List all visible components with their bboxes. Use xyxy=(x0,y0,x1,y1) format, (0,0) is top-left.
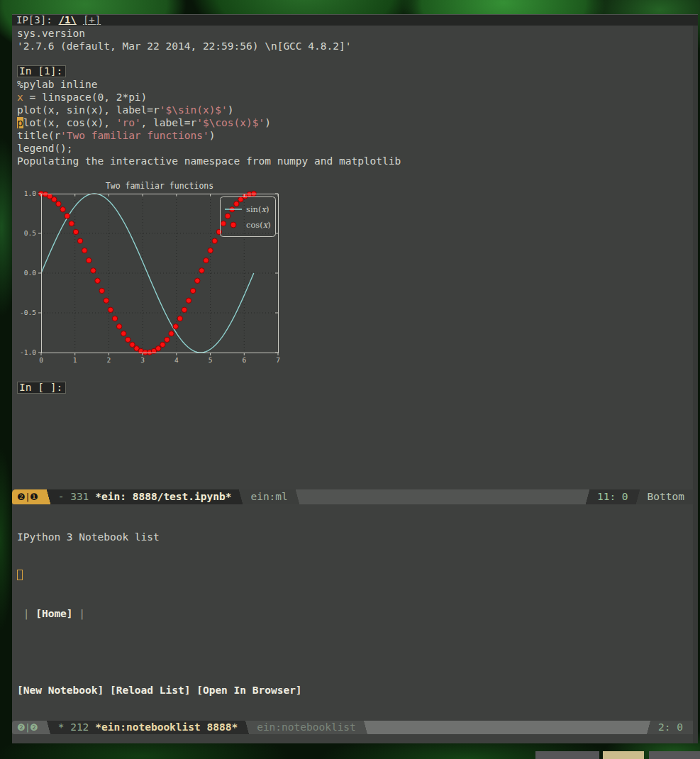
cell-input-prompt: In [1]: xyxy=(17,65,66,77)
worksheet-tab[interactable]: /1\ xyxy=(59,14,77,26)
cursor-position: 2: 0 xyxy=(653,721,693,734)
notebook-buffer: sys.version'2.7.6 (default, Mar 22 2014,… xyxy=(17,27,401,167)
matplotlib-figure: 01234567-1.0-0.50.00.51.0Two familiar fu… xyxy=(18,179,312,367)
powerline-separator xyxy=(44,489,53,504)
right-fringe xyxy=(693,26,698,743)
inactive-cursor xyxy=(17,570,23,580)
text-cursor: p xyxy=(17,117,23,128)
line-column: 11: 0 xyxy=(597,489,628,504)
svg-text:4: 4 xyxy=(174,356,179,364)
buffer-line: plot(x, sin(x), label=r'$\sin(x)$') xyxy=(17,104,401,116)
notebooklist-buffer: IPython 3 Notebook list | [Home] | [New … xyxy=(17,505,302,743)
modeline-buffer-segment: - 331*ein: 8888/test.ipynb* xyxy=(53,489,237,504)
svg-text:sin(x): sin(x) xyxy=(246,204,269,214)
notebooklist-actions: [New Notebook] [Reload List] [Open In Br… xyxy=(17,684,302,697)
window-number-badge: ❷|❷ xyxy=(12,721,44,734)
string-literal: '$\sin(x)$' xyxy=(160,104,228,116)
buffer-line: plot(x, cos(x), 'ro', label=r'$\cos(x)$'… xyxy=(17,116,401,129)
taskbar-window-button[interactable] xyxy=(649,751,700,759)
plot-canvas: 01234567-1.0-0.50.00.51.0Two familiar fu… xyxy=(18,179,312,367)
code-text: , label=r xyxy=(141,117,197,128)
svg-text:2: 2 xyxy=(107,356,111,364)
cell-input-prompt: In [ ]: xyxy=(17,382,66,394)
blank-line xyxy=(17,646,302,658)
string-literal: '$\cos(x)$' xyxy=(196,117,265,128)
breadcrumb: | [Home] | xyxy=(17,607,302,620)
powerline-separator xyxy=(644,721,653,734)
code-text: ) xyxy=(209,130,216,141)
code-text: sys.version xyxy=(17,28,85,39)
buffer-line: Populating the interactive namespace fro… xyxy=(17,155,401,167)
scroll-label: Bottom xyxy=(648,489,684,504)
powerline-separator xyxy=(293,489,302,504)
buffer-name[interactable]: *ein: 8888/test.ipynb* xyxy=(95,489,231,504)
svg-text:3: 3 xyxy=(140,356,145,364)
svg-text:-1.0: -1.0 xyxy=(20,348,36,356)
string-literal: 'ro' xyxy=(116,117,141,128)
svg-text:0.0: 0.0 xyxy=(24,269,36,277)
svg-text:Two familiar functions: Two familiar functions xyxy=(106,181,213,191)
code-text: %pylab inline xyxy=(17,79,98,90)
code-text: Populating the interactive namespace fro… xyxy=(17,155,401,167)
svg-text:cos(x): cos(x) xyxy=(246,220,271,230)
powerline-separator xyxy=(44,721,53,734)
svg-text:-0.5: -0.5 xyxy=(20,309,36,316)
major-mode-segment: ein:notebooklist xyxy=(252,721,361,734)
modeline-line-count: - 331 xyxy=(58,489,89,504)
buffer-line: x = linspace(0, 2*pi) xyxy=(17,91,401,104)
svg-text:1: 1 xyxy=(73,356,77,364)
modeline-buffer-segment: * 212*ein:notebooklist 8888* xyxy=(53,721,243,734)
modeline-notebook: ❷|❶ - 331*ein: 8888/test.ipynb* ein:ml 1… xyxy=(12,489,693,504)
svg-text:5: 5 xyxy=(209,356,213,364)
buffer-line: title(r'Two familiar functions') xyxy=(17,129,401,142)
code-text: plot(x, sin(x), label=r xyxy=(17,104,160,116)
empty-cell[interactable]: In [ ]: xyxy=(17,382,66,394)
code-text: lot(x, cos(x), xyxy=(23,117,116,128)
modeline-notebooklist: ❷|❷ * 212*ein:notebooklist 8888* ein:not… xyxy=(12,721,693,734)
taskbar-window-button[interactable] xyxy=(535,751,599,759)
major-mode[interactable]: ein:notebooklist xyxy=(257,721,356,734)
add-worksheet-button[interactable]: [+] xyxy=(83,14,101,26)
buffer-line: %pylab inline xyxy=(17,78,401,91)
code-text: title(r xyxy=(17,130,60,141)
open-in-browser-button[interactable]: [Open In Browser] xyxy=(196,685,301,696)
new-notebook-button[interactable]: [New Notebook] xyxy=(17,685,104,696)
modeline-filler xyxy=(302,489,583,504)
breadcrumb-pipe: | xyxy=(73,608,85,619)
buffer-line: sys.version xyxy=(17,27,401,40)
window-numbers: ❷|❷ xyxy=(17,721,39,734)
buffer-line xyxy=(17,52,401,65)
powerline-separator xyxy=(243,721,252,734)
code-text: = linspace(0, 2*pi) xyxy=(23,92,148,103)
svg-text:6: 6 xyxy=(242,356,246,364)
major-mode-segment: ein:ml xyxy=(245,489,292,504)
cursor-line xyxy=(17,569,302,582)
buffer-line: In [1]: xyxy=(17,65,401,78)
taskbar-window-button-active[interactable] xyxy=(603,751,644,759)
reload-list-button[interactable]: [Reload List] xyxy=(110,685,191,696)
breadcrumb-pipe: | xyxy=(17,608,35,619)
frame-content: sys.version'2.7.6 (default, Mar 22 2014,… xyxy=(12,26,693,743)
svg-text:0: 0 xyxy=(39,356,43,364)
code-text: '2.7.6 (default, Mar 22 2014, 22:59:56) … xyxy=(17,40,351,52)
code-text: x xyxy=(17,92,23,103)
major-mode[interactable]: ein:ml xyxy=(250,489,287,504)
line-column: 2: 0 xyxy=(658,721,683,734)
code-text: legend(); xyxy=(17,143,73,154)
powerline-separator xyxy=(633,489,643,504)
buffer-name[interactable]: *ein:notebooklist 8888* xyxy=(95,721,238,734)
home-button[interactable]: [Home] xyxy=(35,608,72,619)
buffer-line: '2.7.6 (default, Mar 22 2014, 22:59:56) … xyxy=(17,40,401,52)
string-literal: 'Two familiar functions' xyxy=(60,130,209,141)
notebooklist-title: IPython 3 Notebook list xyxy=(17,531,160,543)
notebook-kernel-label: IP[3]: xyxy=(16,14,52,26)
svg-text:1.0: 1.0 xyxy=(24,189,36,197)
window-number-badge: ❷|❶ xyxy=(12,489,44,504)
svg-text:7: 7 xyxy=(276,356,280,364)
modeline-line-count: * 212 xyxy=(58,721,89,734)
modeline-filler xyxy=(370,721,644,734)
code-text: ) xyxy=(228,104,234,116)
code-text: ) xyxy=(265,117,271,128)
powerline-separator xyxy=(361,721,370,734)
powerline-separator xyxy=(236,489,245,504)
